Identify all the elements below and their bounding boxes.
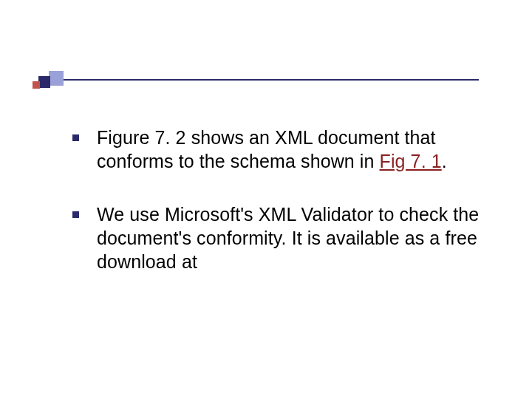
bullet-square-icon xyxy=(72,211,79,218)
list-item-text: Figure 7. 2 shows an XML document that c… xyxy=(97,126,497,173)
list-item-text: We use Microsoft's XML Validator to chec… xyxy=(97,202,497,273)
slide: { "items": [ { "pre": "Figure 7. 2 shows… xyxy=(0,0,532,399)
text-run: . xyxy=(442,151,447,171)
fig-link[interactable]: Fig 7. 1 xyxy=(380,151,442,171)
content-area: Figure 7. 2 shows an XML document that c… xyxy=(72,126,497,303)
decor-square-navy xyxy=(38,76,50,88)
title-rule xyxy=(55,79,479,81)
list-item: We use Microsoft's XML Validator to chec… xyxy=(72,202,497,273)
bullet-square-icon xyxy=(72,134,79,141)
text-run: We use Microsoft's XML Validator to chec… xyxy=(97,204,479,272)
list-item: Figure 7. 2 shows an XML document that c… xyxy=(72,126,497,173)
decor-square-red xyxy=(33,81,40,89)
title-decoration xyxy=(28,71,479,87)
decor-square-blue xyxy=(49,71,64,86)
